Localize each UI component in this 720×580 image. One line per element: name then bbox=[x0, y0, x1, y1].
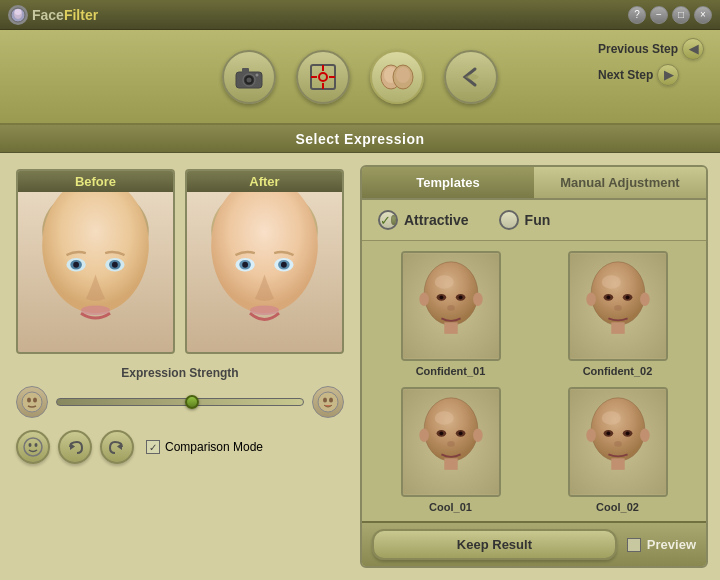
next-step-button[interactable]: Next Step ▶ bbox=[598, 64, 704, 86]
after-label: After bbox=[187, 171, 342, 192]
template-thumb-cool_02 bbox=[568, 387, 668, 497]
preview-checkbox[interactable] bbox=[627, 538, 641, 552]
previous-step-button[interactable]: Previous Step ◀ bbox=[598, 38, 704, 60]
template-item-confident_02[interactable]: Confident_02 bbox=[539, 251, 696, 377]
comparison-mode-label: Comparison Mode bbox=[165, 440, 263, 454]
radio-fun[interactable]: Fun bbox=[499, 210, 551, 230]
toolbar-back-btn[interactable] bbox=[444, 50, 498, 104]
before-after-container: Before bbox=[16, 169, 344, 354]
svg-point-82 bbox=[591, 398, 645, 461]
svg-point-64 bbox=[606, 295, 610, 299]
svg-point-34 bbox=[242, 262, 248, 268]
expression-strength-label: Expression Strength bbox=[16, 366, 344, 380]
strength-slider-row bbox=[16, 386, 344, 418]
next-arrow-icon: ▶ bbox=[657, 64, 679, 86]
faces-icon bbox=[370, 50, 424, 104]
right-panel: Templates Manual Adjustment ✓ Attractive… bbox=[360, 165, 708, 568]
svg-point-37 bbox=[22, 392, 42, 412]
preview-label: Preview bbox=[647, 537, 696, 552]
expression-strength: Expression Strength bbox=[16, 366, 344, 418]
radio-row: ✓ Attractive Fun bbox=[362, 200, 706, 241]
toolbar-target-btn[interactable] bbox=[296, 50, 350, 104]
left-panel: Before bbox=[0, 153, 360, 580]
undo-button[interactable] bbox=[58, 430, 92, 464]
svg-point-40 bbox=[318, 392, 338, 412]
select-expression-bar: Select Expression bbox=[0, 125, 720, 153]
before-image-box: Before bbox=[16, 169, 175, 354]
attractive-label: Attractive bbox=[404, 212, 469, 228]
svg-point-39 bbox=[33, 398, 37, 403]
radio-attractive[interactable]: ✓ Attractive bbox=[378, 210, 469, 230]
strength-slider[interactable] bbox=[56, 398, 304, 406]
app-logo: FaceFilter bbox=[8, 5, 98, 25]
svg-point-2 bbox=[15, 9, 22, 15]
template-item-cool_01[interactable]: Cool_01 bbox=[372, 387, 529, 513]
svg-point-54 bbox=[458, 295, 462, 299]
title-bar: FaceFilter ? − □ × bbox=[0, 0, 720, 30]
template-name-confident_01: Confident_01 bbox=[416, 365, 486, 377]
toolbar-faces-btn[interactable] bbox=[370, 50, 424, 104]
strength-slider-thumb[interactable] bbox=[185, 395, 199, 409]
svg-point-79 bbox=[419, 429, 429, 442]
before-photo bbox=[18, 192, 173, 352]
help-button[interactable]: ? bbox=[628, 6, 646, 24]
svg-point-66 bbox=[614, 305, 622, 311]
svg-point-41 bbox=[323, 398, 327, 403]
svg-point-77 bbox=[447, 441, 455, 447]
svg-point-58 bbox=[473, 293, 483, 306]
bottom-controls: ✓ Comparison Mode bbox=[16, 430, 344, 464]
strength-low-face bbox=[16, 386, 48, 418]
svg-point-68 bbox=[586, 293, 596, 306]
strength-high-face bbox=[312, 386, 344, 418]
target-icon bbox=[296, 50, 350, 104]
svg-point-35 bbox=[281, 262, 287, 268]
svg-point-38 bbox=[27, 398, 31, 403]
svg-rect-89 bbox=[611, 458, 624, 470]
template-name-cool_01: Cool_01 bbox=[429, 501, 472, 513]
svg-point-44 bbox=[29, 443, 32, 447]
redo-button[interactable] bbox=[100, 430, 134, 464]
previous-arrow-icon: ◀ bbox=[682, 38, 704, 60]
close-button[interactable]: × bbox=[694, 6, 712, 24]
keep-result-button[interactable]: Keep Result bbox=[372, 529, 617, 560]
maximize-button[interactable]: □ bbox=[672, 6, 690, 24]
attractive-radio[interactable]: ✓ bbox=[378, 210, 398, 230]
smiley-button[interactable] bbox=[16, 430, 50, 464]
tabs: Templates Manual Adjustment bbox=[362, 167, 706, 200]
after-photo bbox=[187, 192, 342, 352]
fun-radio[interactable] bbox=[499, 210, 519, 230]
tab-templates[interactable]: Templates bbox=[362, 167, 534, 198]
svg-point-26 bbox=[112, 262, 118, 268]
svg-rect-67 bbox=[611, 322, 624, 334]
svg-point-36 bbox=[250, 305, 279, 315]
toolbar-icons bbox=[222, 50, 498, 104]
camera-icon bbox=[222, 50, 276, 104]
tab-manual-adjustment[interactable]: Manual Adjustment bbox=[534, 167, 706, 198]
svg-point-8 bbox=[256, 73, 259, 76]
template-name-cool_02: Cool_02 bbox=[596, 501, 639, 513]
next-step-label: Next Step bbox=[598, 68, 653, 82]
svg-point-27 bbox=[81, 305, 110, 315]
minimize-button[interactable]: − bbox=[650, 6, 668, 24]
svg-point-91 bbox=[640, 429, 650, 442]
svg-point-18 bbox=[396, 67, 410, 83]
svg-point-75 bbox=[439, 431, 443, 435]
comparison-checkbox[interactable]: ✓ bbox=[146, 440, 160, 454]
svg-point-49 bbox=[424, 262, 478, 325]
bottom-bar: Keep Result Preview bbox=[362, 521, 706, 566]
app-title: FaceFilter bbox=[32, 7, 98, 23]
comparison-mode-toggle[interactable]: ✓ Comparison Mode bbox=[146, 440, 263, 454]
template-thumb-cool_01 bbox=[401, 387, 501, 497]
template-grid: Confident_01 bbox=[362, 241, 706, 521]
svg-point-88 bbox=[614, 441, 622, 447]
svg-rect-7 bbox=[242, 68, 249, 73]
main-content: Before bbox=[0, 153, 720, 580]
previous-step-label: Previous Step bbox=[598, 42, 678, 56]
toolbar-camera-btn[interactable] bbox=[222, 50, 276, 104]
check-icon: ✓ bbox=[380, 213, 391, 228]
svg-point-76 bbox=[458, 431, 462, 435]
svg-point-25 bbox=[73, 262, 79, 268]
svg-point-53 bbox=[439, 295, 443, 299]
template-item-confident_01[interactable]: Confident_01 bbox=[372, 251, 529, 377]
template-item-cool_02[interactable]: Cool_02 bbox=[539, 387, 696, 513]
